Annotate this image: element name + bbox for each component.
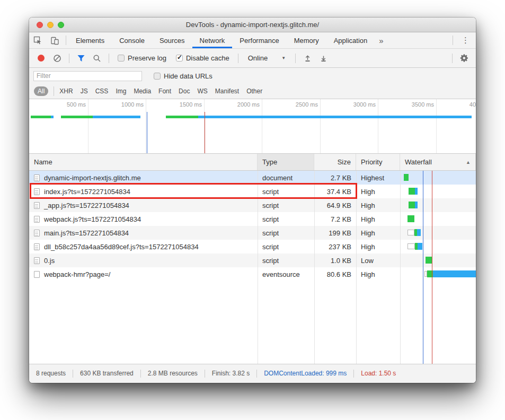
timeline-tick-label: 2000 ms: [230, 101, 260, 108]
clear-icon[interactable]: [51, 52, 64, 65]
waterfall-bar: [418, 243, 422, 250]
timeline-tick-label: 1500 ms: [172, 101, 202, 108]
waterfall-bar: [426, 257, 432, 264]
network-toolbar: Preserve log Disable cache Online ▼: [29, 49, 476, 68]
waterfall-bar: [407, 230, 414, 235]
waterfall-cell: [400, 185, 476, 198]
devtools-menu-icon[interactable]: ⋮: [455, 32, 476, 48]
window-title: DevTools - dynamic-import-nextjs.glitch.…: [186, 21, 319, 29]
column-header-waterfall[interactable]: Waterfall ▲: [400, 154, 476, 170]
filter-icon[interactable]: [75, 52, 87, 65]
type-filter-ws[interactable]: WS: [197, 88, 207, 95]
hide-data-urls-checkbox[interactable]: Hide data URLs: [154, 72, 212, 80]
table-row[interactable]: webpack-hmr?page=/ eventsource 80.6 KB H…: [29, 267, 476, 281]
table-row[interactable]: dll_b58c257da4aa56d89cef.js?ts=157227105…: [29, 240, 476, 253]
column-header-type[interactable]: Type: [258, 154, 314, 170]
type-filter-media[interactable]: Media: [134, 88, 151, 95]
waterfall-bar: [404, 174, 409, 181]
overview-bar: [166, 116, 198, 118]
overview-bar: [93, 116, 140, 118]
settings-gear-icon[interactable]: [458, 52, 471, 65]
dcl-line: [147, 112, 147, 153]
column-header-priority[interactable]: Priority: [356, 154, 400, 170]
tab-console[interactable]: Console: [112, 32, 152, 48]
timeline-tick-label: 3500 ms: [404, 101, 434, 108]
timeline-gridline: [262, 99, 262, 153]
type-filter-other[interactable]: Other: [246, 88, 262, 95]
record-button[interactable]: [38, 55, 45, 62]
overview-bar: [61, 116, 93, 118]
throttling-dropdown[interactable]: Online ▼: [244, 54, 290, 62]
type-filter-css[interactable]: CSS: [95, 88, 109, 95]
export-har-icon[interactable]: [317, 52, 330, 65]
column-header-name[interactable]: Name: [29, 154, 258, 170]
timeline-gridline: [436, 99, 437, 153]
disable-cache-checkbox[interactable]: Disable cache: [176, 54, 229, 62]
table-header: Name Type Size Priority Waterfall ▲: [29, 154, 476, 171]
type-filter-manifest[interactable]: Manifest: [215, 88, 239, 95]
waterfall-cell: [400, 240, 476, 253]
type-filter-font[interactable]: Font: [158, 88, 171, 95]
preserve-log-checkbox[interactable]: Preserve log: [118, 54, 166, 62]
timeline-tick-label: 500 ms: [56, 101, 86, 108]
tab-memory[interactable]: Memory: [287, 32, 326, 48]
network-overview-timeline[interactable]: 500 ms1000 ms1500 ms2000 ms2500 ms3000 m…: [29, 99, 476, 154]
tab-performance[interactable]: Performance: [232, 32, 286, 48]
overview-bar: [198, 116, 472, 118]
table-row[interactable]: _app.js?ts=1572271054834 script 64.9 KB …: [29, 198, 476, 212]
requests-count: 8 requests: [29, 370, 73, 378]
table-row[interactable]: main.js?ts=1572271054834 script 199 KB H…: [29, 226, 476, 240]
minimize-button[interactable]: [47, 22, 54, 28]
chevron-down-icon: ▼: [281, 56, 286, 60]
device-toolbar-icon[interactable]: [46, 32, 64, 48]
tab-network[interactable]: Network: [192, 32, 233, 48]
close-button[interactable]: [37, 22, 43, 28]
table-row[interactable]: 0.js script 1.0 KB Low: [29, 253, 476, 267]
divider: [238, 54, 238, 63]
waterfall-bar: [433, 270, 476, 277]
tab-elements[interactable]: Elements: [68, 32, 112, 48]
overview-bar: [51, 116, 54, 118]
type-filter-doc[interactable]: Doc: [179, 88, 190, 95]
search-icon[interactable]: [91, 52, 103, 65]
requests-table: Name Type Size Priority Waterfall ▲ dyna…: [29, 154, 476, 364]
resource-type-filters: All XHR JS CSS Img Media Font Doc WS Man…: [29, 84, 476, 99]
divider: [54, 86, 54, 96]
tab-sources[interactable]: Sources: [152, 32, 192, 48]
waterfall-cell: [400, 226, 476, 240]
type-filter-all[interactable]: All: [34, 86, 48, 96]
more-tabs-icon[interactable]: »: [375, 32, 387, 48]
dcl-line: [423, 171, 423, 364]
divider: [295, 54, 296, 63]
filter-bar: Hide data URLs: [29, 68, 476, 84]
tab-application[interactable]: Application: [326, 32, 375, 48]
column-header-size[interactable]: Size: [314, 154, 356, 170]
document-icon: [34, 174, 40, 181]
resources-size: 2.8 MB resources: [141, 370, 205, 378]
overview-bar: [31, 116, 51, 118]
script-icon: [34, 230, 40, 237]
column-divider[interactable]: [258, 171, 258, 364]
column-divider[interactable]: [356, 171, 357, 364]
script-icon: [34, 216, 40, 223]
script-icon: [34, 257, 40, 264]
devtools-tab-bar: Elements Console Sources Network Perform…: [29, 32, 476, 49]
timeline-tick-label: 1000 ms: [114, 101, 144, 108]
waterfall-cell: [400, 253, 476, 267]
column-divider[interactable]: [400, 171, 401, 364]
traffic-lights: [37, 22, 64, 28]
timeline-gridline: [320, 99, 321, 153]
type-filter-img[interactable]: Img: [116, 88, 126, 95]
waterfall-bar: [409, 202, 415, 208]
filter-input[interactable]: [33, 71, 142, 81]
import-har-icon[interactable]: [301, 52, 314, 65]
finish-time: Finish: 3.82 s: [205, 370, 257, 378]
highlight-annotation-box: [30, 183, 357, 199]
type-filter-xhr[interactable]: XHR: [59, 88, 73, 95]
type-filter-js[interactable]: JS: [81, 88, 88, 95]
timeline-tick-label: 3000 ms: [346, 101, 376, 108]
table-row[interactable]: webpack.js?ts=1572271054834 script 7.2 K…: [29, 212, 476, 226]
column-divider[interactable]: [314, 171, 315, 364]
inspect-element-icon[interactable]: [29, 32, 46, 48]
maximize-button[interactable]: [58, 22, 64, 28]
